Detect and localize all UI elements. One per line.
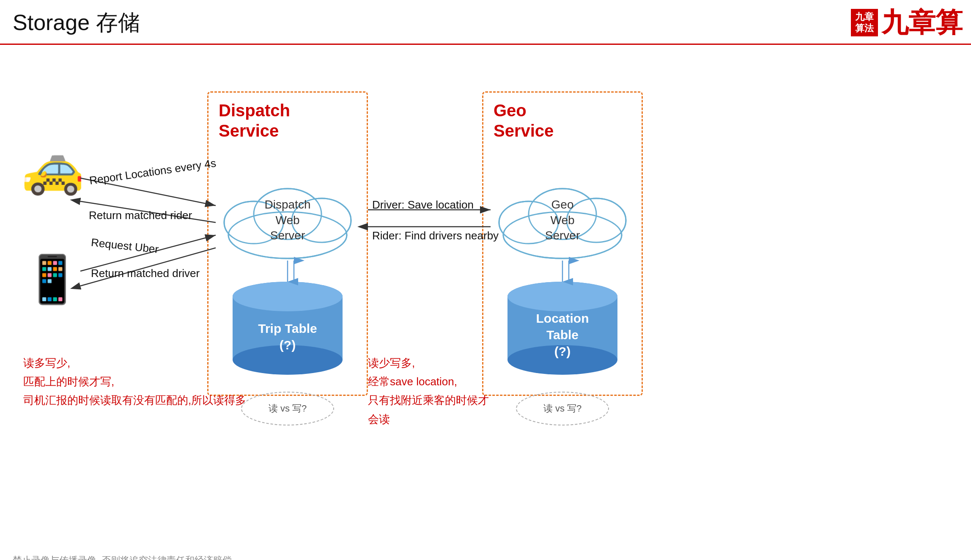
page-title: Storage 存储 — [13, 8, 140, 38]
driver-save-location-label: Driver: Save location — [372, 198, 474, 211]
request-uber-label: Request Uber — [91, 236, 159, 256]
left-oval-label: 读 vs 写? — [269, 402, 307, 415]
trip-table-label: Trip Table(?) — [258, 320, 317, 353]
geo-cloud-label: GeoWebServer — [545, 197, 580, 243]
rider-find-drivers-label: Rider: Find drivers nearby — [372, 229, 499, 242]
logo-area: 九章算法 九章算 — [851, 4, 963, 41]
logo-box: 九章算法 — [851, 9, 878, 36]
dispatch-cloud: DispatchWebServer — [216, 167, 359, 261]
geo-service-label: Geo Service — [494, 100, 554, 141]
right-read-write-oval: 读 vs 写? — [516, 392, 609, 425]
taxi-icon: 🚕 — [21, 138, 85, 198]
dispatch-cloud-label: DispatchWebServer — [265, 197, 311, 243]
left-annotation: 读多写少, 匹配上的时候才写, 司机汇报的时候读取有没有匹配的,所以读得多 — [23, 354, 246, 410]
dispatch-service-label: Dispatch Service — [219, 100, 290, 141]
right-oval-label: 读 vs 写? — [543, 402, 582, 415]
svg-point-31 — [507, 282, 617, 311]
svg-point-27 — [233, 282, 343, 311]
main-content: Dispatch Service Geo Service 🚕 📱 — [0, 45, 971, 560]
return-matched-driver-label: Return matched driver — [91, 267, 200, 280]
left-read-write-oval: 读 vs 写? — [241, 392, 334, 425]
location-table-db: LocationTable(?) — [503, 282, 622, 375]
footer-text: 禁止录像与传播录像, 否则将追究法律责任和经济赔偿 — [13, 554, 232, 560]
report-locations-label: Report Locations every 4s — [88, 156, 217, 187]
header: Storage 存储 九章算法 九章算 — [0, 0, 971, 45]
geo-cloud: GeoWebServer — [491, 167, 634, 261]
logo-text: 九章算 — [881, 4, 963, 41]
return-matched-rider-label: Return matched rider — [89, 209, 192, 222]
right-annotation: 读少写多, 经常save location, 只有找附近乘客的时候才 会读 — [368, 354, 489, 428]
location-table-label: LocationTable(?) — [536, 310, 589, 360]
phone-icon: 📱 — [23, 252, 81, 307]
